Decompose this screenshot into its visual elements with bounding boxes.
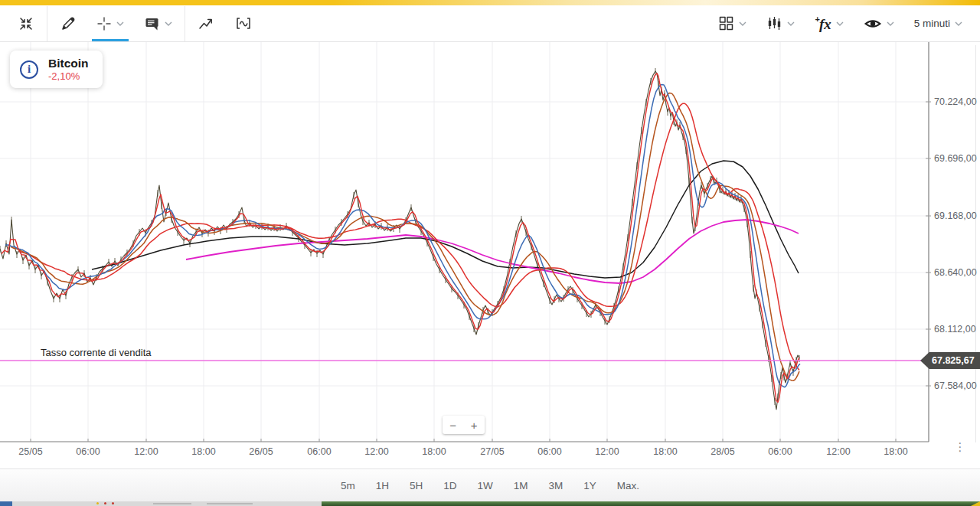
toolbar-left-group bbox=[8, 5, 263, 41]
timeframe-button-1d[interactable]: 1D bbox=[443, 480, 456, 491]
chat-notes-icon bbox=[144, 15, 160, 31]
chevron-down-icon bbox=[116, 21, 124, 26]
fx-icon: +fx bbox=[815, 15, 831, 31]
range-selector-bar: 5m1H5H1D1W1M3M1YMax. bbox=[0, 468, 980, 501]
time-tick-label: 18:00 bbox=[884, 446, 907, 457]
background-smudge bbox=[207, 503, 253, 504]
crosshair-tool-button[interactable] bbox=[87, 5, 134, 41]
timeframe-button-5m[interactable]: 5m bbox=[341, 480, 355, 491]
chevron-down-icon bbox=[836, 21, 844, 26]
top-accent-strip bbox=[0, 0, 980, 5]
timeframe-button-5h[interactable]: 5H bbox=[410, 480, 423, 491]
series-ma_black bbox=[92, 161, 799, 278]
background-dot bbox=[104, 502, 106, 504]
price-tick-label: 69.168,00 bbox=[934, 211, 977, 221]
info-icon[interactable]: i bbox=[20, 60, 38, 79]
series-ma_slow_red bbox=[20, 103, 799, 370]
time-tick-label: 12:00 bbox=[364, 446, 388, 457]
timeframe-button-1h[interactable]: 1H bbox=[376, 480, 389, 491]
timeframe-button-1m[interactable]: 1M bbox=[514, 480, 528, 491]
zoom-in-button[interactable]: + bbox=[464, 416, 485, 434]
collapse-button[interactable] bbox=[8, 5, 44, 41]
series-lines bbox=[0, 68, 923, 410]
collapse-arrows-icon bbox=[18, 15, 34, 32]
zoom-control: − + bbox=[443, 416, 485, 434]
pencil-icon bbox=[60, 15, 77, 32]
time-tick-label: 26/05 bbox=[249, 446, 273, 457]
sell-rate-label: Tasso corrente di vendita bbox=[41, 347, 152, 358]
timeframe-button-1y[interactable]: 1Y bbox=[583, 480, 596, 491]
background-window-blue-patch bbox=[0, 501, 12, 506]
price-tick-label: 68.112,00 bbox=[934, 324, 976, 335]
toolbar-right-group: +fx 5 minuti bbox=[708, 5, 972, 41]
zoom-out-button[interactable]: − bbox=[443, 416, 464, 434]
current-price-badge: 67.825,67 bbox=[920, 352, 980, 369]
time-tick-label: 06:00 bbox=[307, 446, 331, 457]
price-tick-label: 70.224,00 bbox=[934, 96, 977, 107]
time-tick-label: 06:00 bbox=[768, 446, 792, 457]
background-smudge bbox=[153, 503, 191, 504]
drawing-tools-button[interactable] bbox=[50, 5, 87, 41]
time-tick-label: 27/05 bbox=[480, 446, 504, 457]
background-dot bbox=[96, 502, 99, 504]
chevron-down-icon bbox=[165, 21, 172, 26]
background-window-green-strip bbox=[322, 501, 980, 506]
trend-arrow-icon bbox=[198, 15, 214, 32]
time-tick-label: 12:00 bbox=[595, 446, 619, 457]
chart-toolbar: +fx 5 minuti bbox=[0, 5, 980, 42]
oscillators-button[interactable] bbox=[224, 5, 263, 41]
time-tick-label: 18:00 bbox=[653, 446, 677, 457]
grid-layout-icon bbox=[718, 15, 734, 31]
chart-canvas[interactable]: Tasso corrente di vendita 67.825,67 70.2… bbox=[0, 42, 980, 442]
instrument-change: -2,10% bbox=[48, 70, 89, 83]
timeframe-dropdown[interactable]: 5 minuti bbox=[904, 5, 972, 41]
background-dot bbox=[112, 502, 114, 504]
timeframe-value: 5 minuti bbox=[914, 18, 950, 29]
toolbar-separator bbox=[185, 6, 185, 41]
timeframe-button-max[interactable]: Max. bbox=[617, 480, 639, 491]
layout-grid-button[interactable] bbox=[708, 5, 756, 41]
eye-icon bbox=[864, 16, 882, 31]
time-tick-label: 28/05 bbox=[710, 446, 734, 457]
time-tick-label: 06:00 bbox=[76, 446, 100, 457]
series-ma_orange bbox=[11, 93, 799, 381]
price-chart[interactable] bbox=[0, 42, 980, 442]
annotations-button[interactable] bbox=[134, 5, 182, 41]
wave-bracket-icon bbox=[234, 15, 253, 32]
watchlist-eye-button[interactable] bbox=[854, 5, 904, 41]
chevron-down-icon bbox=[887, 21, 894, 26]
time-tick-label: 12:00 bbox=[134, 446, 158, 457]
timeframe-button-3m[interactable]: 3M bbox=[549, 480, 564, 491]
crosshair-icon bbox=[96, 16, 112, 31]
time-tick-label: 06:00 bbox=[537, 446, 561, 457]
price-tick-label: 69.696,00 bbox=[934, 153, 977, 164]
price-tick-label: 68.640,00 bbox=[934, 267, 977, 278]
price-tick-label: 67.584,00 bbox=[934, 380, 977, 391]
time-tick-label: 25/05 bbox=[18, 446, 42, 457]
kebab-menu-icon[interactable]: ⋮ bbox=[954, 444, 966, 461]
timeframe-button-1w[interactable]: 1W bbox=[478, 480, 493, 491]
trendline-tool-button[interactable] bbox=[188, 5, 224, 41]
chart-type-button[interactable] bbox=[756, 5, 805, 41]
time-tick-label: 18:00 bbox=[422, 446, 446, 457]
time-tick-label: 12:00 bbox=[826, 446, 850, 457]
instrument-name: Bitcoin bbox=[48, 57, 89, 70]
background-window-sliver bbox=[0, 501, 980, 506]
instrument-texts: Bitcoin -2,10% bbox=[48, 57, 89, 82]
instrument-card[interactable]: i Bitcoin -2,10% bbox=[10, 51, 103, 88]
time-tick-label: 18:00 bbox=[191, 446, 215, 457]
time-scale[interactable]: 25/0506:0012:0018:0026/0506:0012:0018:00… bbox=[0, 442, 929, 461]
indicators-button[interactable]: +fx bbox=[805, 5, 853, 41]
chevron-down-icon bbox=[787, 21, 795, 26]
chevron-down-icon bbox=[739, 21, 746, 26]
candlestick-icon bbox=[766, 15, 782, 31]
chevron-down-icon bbox=[955, 21, 962, 26]
toolbar-separator bbox=[47, 6, 47, 41]
